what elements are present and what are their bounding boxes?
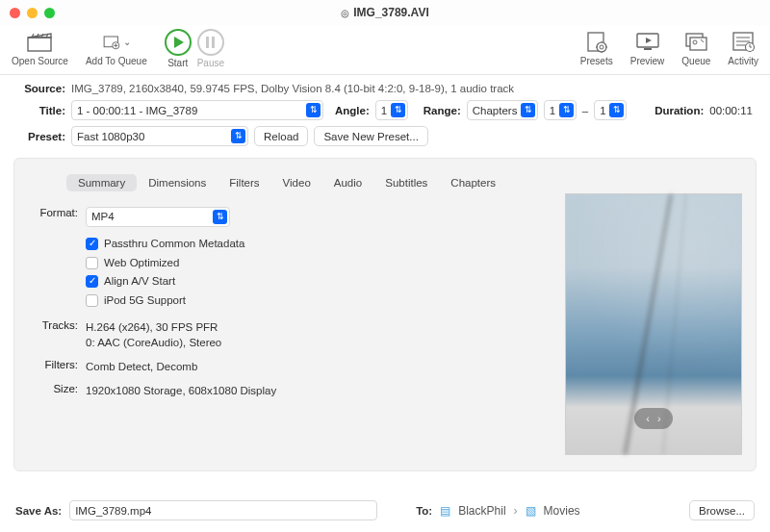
duration-label: Duration:	[654, 105, 704, 116]
tab-filters[interactable]: Filters	[218, 174, 270, 191]
preview-nav[interactable]: ‹ ›	[634, 408, 673, 429]
title-label: Title:	[17, 105, 65, 116]
tracks-value: H.264 (x264), 30 FPS PFR 0: AAC (CoreAud…	[86, 319, 221, 351]
preset-select[interactable]: Fast 1080p30	[71, 126, 248, 146]
path-disk[interactable]: BlackPhil	[458, 504, 505, 518]
tracks-label: Tracks:	[28, 319, 78, 351]
range-type-value: Chapters	[473, 105, 518, 116]
tab-summary[interactable]: Summary	[66, 174, 137, 191]
start-label: Start	[167, 58, 188, 68]
range-to-value: 1	[600, 105, 605, 116]
browse-button[interactable]: Browse...	[689, 500, 755, 520]
zoom-window-button[interactable]	[44, 8, 55, 18]
saveas-label: Save As:	[15, 505, 62, 517]
path-folder[interactable]: Movies	[544, 504, 580, 518]
filters-value: Comb Detect, Decomb	[86, 359, 197, 375]
tab-subtitles[interactable]: Subtitles	[373, 174, 439, 191]
add-to-queue-button[interactable]: ⌄ Add To Queue	[86, 29, 147, 66]
format-value: MP4	[91, 209, 115, 225]
size-label: Size:	[28, 383, 78, 399]
path-sep: ›	[514, 504, 518, 518]
tab-chapters[interactable]: Chapters	[439, 174, 507, 191]
format-label: Format:	[28, 207, 78, 312]
range-from-value: 1	[550, 105, 555, 116]
preview-thumbnail[interactable]: ‹ ›	[565, 193, 742, 455]
clapperboard-icon	[25, 29, 54, 54]
chevron-left-icon[interactable]: ‹	[646, 413, 650, 424]
svg-point-4	[597, 42, 606, 52]
queue-button[interactable]: Queue	[681, 29, 710, 66]
tab-audio[interactable]: Audio	[322, 174, 373, 191]
open-source-button[interactable]: Open Source	[12, 29, 68, 66]
play-icon	[174, 37, 184, 48]
title-select[interactable]: 1 - 00:00:11 - IMG_3789	[71, 100, 323, 120]
start-button[interactable]	[165, 29, 192, 56]
svg-rect-7	[644, 48, 652, 50]
add-to-queue-label: Add To Queue	[86, 56, 147, 66]
footer: Save As: IMG_3789.mp4 To: ▤ BlackPhil › …	[0, 491, 770, 532]
size-value: 1920x1080 Storage, 608x1080 Display	[86, 383, 276, 399]
checkbox-web-optimized[interactable]: Web Optimized	[86, 255, 244, 271]
start-pause-group: Start Pause	[165, 29, 224, 68]
checkbox-align-av-start[interactable]: ✓Align A/V Start	[86, 273, 244, 290]
filters-label: Filters:	[28, 359, 78, 375]
range-from-select[interactable]: 1	[544, 100, 577, 120]
range-label: Range:	[424, 105, 461, 116]
add-to-queue-icon: ⌄	[102, 29, 131, 54]
summary-column: Summary Dimensions Filters Video Audio S…	[28, 168, 546, 457]
tab-dimensions[interactable]: Dimensions	[137, 174, 218, 191]
chevron-right-icon[interactable]: ›	[657, 413, 661, 424]
checkbox-ipod-5g[interactable]: iPod 5G Support	[86, 292, 244, 309]
window-title: IMG_3789.AVI	[0, 6, 770, 19]
activity-label: Activity	[728, 56, 758, 66]
titlebar: IMG_3789.AVI	[0, 0, 770, 25]
preview-icon	[633, 29, 662, 54]
range-sep: –	[582, 105, 588, 116]
close-window-button[interactable]	[10, 8, 20, 18]
angle-label: Angle:	[335, 105, 370, 116]
duration-value: 00:00:11	[709, 105, 753, 116]
svg-rect-9	[690, 38, 706, 50]
format-select[interactable]: MP4	[86, 207, 230, 227]
angle-select[interactable]: 1	[375, 100, 408, 120]
activity-button[interactable]: Activity	[728, 29, 758, 66]
to-label: To:	[416, 505, 432, 517]
presets-icon	[582, 29, 611, 54]
pause-button	[197, 29, 224, 56]
meta-panel: Source: IMG_3789, 2160x3840, 59.9745 FPS…	[0, 75, 770, 158]
main-panel: Summary Dimensions Filters Video Audio S…	[13, 158, 757, 471]
queue-icon	[681, 29, 710, 54]
preview-label: Preview	[630, 56, 665, 66]
title-value: 1 - 00:00:11 - IMG_3789	[77, 105, 197, 116]
disk-icon: ▤	[440, 504, 450, 518]
minimize-window-button[interactable]	[27, 8, 38, 18]
preview-button[interactable]: Preview	[630, 29, 665, 66]
presets-label: Presets	[580, 56, 613, 66]
toolbar: Open Source ⌄ Add To Queue Start Pause P…	[0, 25, 770, 75]
preset-label: Preset:	[17, 131, 65, 142]
open-source-label: Open Source	[12, 56, 68, 66]
reload-button[interactable]: Reload	[254, 126, 308, 146]
range-to-select[interactable]: 1	[594, 100, 627, 120]
queue-label: Queue	[681, 56, 710, 66]
pause-label: Pause	[197, 58, 224, 68]
checkbox-passthru-metadata[interactable]: ✓Passthru Common Metadata	[86, 236, 244, 252]
window-controls	[10, 8, 55, 18]
tab-bar: Summary Dimensions Filters Video Audio S…	[28, 174, 546, 191]
range-type-select[interactable]: Chapters	[467, 100, 538, 120]
tab-video[interactable]: Video	[271, 174, 322, 191]
save-new-preset-button[interactable]: Save New Preset...	[314, 126, 427, 146]
svg-rect-0	[28, 38, 51, 51]
preset-value: Fast 1080p30	[77, 131, 144, 142]
source-value: IMG_3789, 2160x3840, 59.9745 FPS, Dolby …	[71, 83, 514, 94]
angle-value: 1	[381, 105, 387, 116]
presets-button[interactable]: Presets	[580, 29, 613, 66]
saveas-input[interactable]: IMG_3789.mp4	[69, 500, 377, 520]
folder-icon: ▧	[526, 504, 536, 518]
source-label: Source:	[17, 83, 65, 94]
activity-icon	[729, 29, 757, 54]
chevron-down-icon[interactable]: ⌄	[123, 37, 131, 47]
preview-column: ‹ ›	[565, 168, 742, 457]
